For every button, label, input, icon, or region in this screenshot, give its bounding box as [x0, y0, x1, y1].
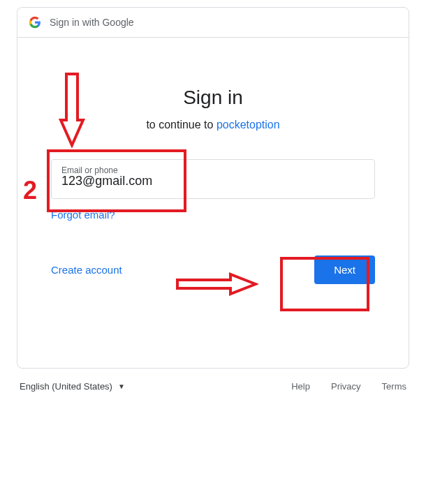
- next-button[interactable]: Next: [314, 255, 375, 284]
- email-input-wrap[interactable]: Email or phone: [51, 159, 375, 199]
- email-field[interactable]: [61, 174, 365, 188]
- signin-card: Sign in with Google Sign in to continue …: [17, 7, 409, 369]
- create-account-link[interactable]: Create account: [51, 264, 122, 276]
- header-title: Sign in with Google: [50, 17, 134, 28]
- annotation-arrow-down-icon: [58, 71, 86, 148]
- content-area: Sign in to continue to pocketoption Emai…: [17, 38, 409, 368]
- chevron-down-icon: ▼: [118, 383, 125, 390]
- privacy-link[interactable]: Privacy: [331, 381, 361, 392]
- footer: English (United States) ▼ Help Privacy T…: [17, 369, 409, 392]
- terms-link[interactable]: Terms: [382, 381, 406, 392]
- email-label: Email or phone: [61, 165, 118, 175]
- page-subheading: to continue to pocketoption: [51, 119, 375, 131]
- actions-row: Create account Next: [51, 255, 375, 284]
- forgot-email-link[interactable]: Forgot email?: [51, 209, 115, 221]
- footer-links: Help Privacy Terms: [291, 381, 406, 392]
- help-link[interactable]: Help: [291, 381, 310, 392]
- subheading-prefix: to continue to: [146, 119, 216, 131]
- annotation-step-number: 2: [23, 176, 37, 205]
- google-logo-icon: [29, 16, 41, 29]
- app-link[interactable]: pocketoption: [216, 119, 280, 131]
- language-selector[interactable]: English (United States) ▼: [20, 381, 125, 392]
- language-label: English (United States): [20, 381, 112, 392]
- page-heading: Sign in: [51, 87, 375, 109]
- header-bar: Sign in with Google: [17, 8, 409, 38]
